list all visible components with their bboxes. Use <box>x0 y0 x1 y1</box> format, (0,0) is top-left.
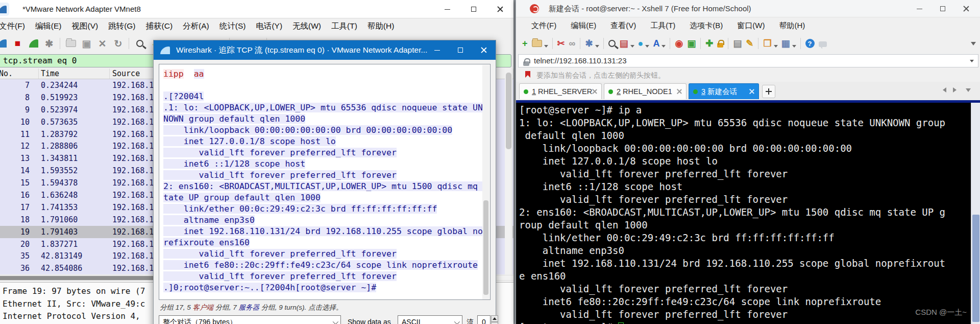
stop-capture-icon[interactable]: ■ <box>12 37 24 50</box>
new-terminal-icon[interactable]: ❒ <box>761 36 773 51</box>
menu-item[interactable]: 无线(W) <box>287 18 326 34</box>
packet-time: 1.837271 <box>39 240 110 249</box>
new-session-icon[interactable]: + <box>520 36 530 51</box>
stream-text: aa <box>194 69 204 79</box>
xftp-icon[interactable]: ▣ <box>685 36 698 51</box>
terminal-line: roup default qlen 1000 <box>519 219 945 232</box>
wireshark-maximize-button[interactable] <box>460 0 487 18</box>
tile-windows-icon[interactable]: ▦ <box>779 36 792 51</box>
tab-close-icon[interactable] <box>749 89 754 94</box>
column-header-no[interactable]: No. <box>0 68 39 79</box>
stream-text: inet6 fe80::20c:29ff:fe49:c23c/64 scope … <box>163 260 478 270</box>
stream-number-input[interactable]: 0 <box>477 315 491 324</box>
find-packet-icon[interactable] <box>134 37 146 50</box>
tab-close-icon[interactable] <box>592 89 597 94</box>
packet-time: 1.741353 <box>39 203 110 212</box>
layout-icon[interactable]: ▤ <box>618 36 630 51</box>
tab-list-dropdown-button[interactable] <box>966 88 971 92</box>
menu-item[interactable]: 编辑(E) <box>564 17 603 34</box>
terminal-area[interactable]: [root@server ~]# ip a1: lo: <LOOPBACK,UP… <box>516 103 971 324</box>
menu-item[interactable]: 编辑(E) <box>30 18 67 34</box>
menu-item[interactable]: 电话(Y) <box>251 18 287 34</box>
tab-scroll-left-button[interactable] <box>943 87 946 92</box>
tab-scroll-right-button[interactable] <box>953 87 957 92</box>
menu-item[interactable]: 捕获(C) <box>141 18 178 34</box>
open-file-icon[interactable] <box>65 37 77 50</box>
menu-item[interactable]: 查看(V) <box>603 17 643 34</box>
xshell-minimize-button[interactable] <box>908 0 931 17</box>
menu-item[interactable]: 统计(S) <box>214 18 251 34</box>
menu-item[interactable]: 跳转(G) <box>103 18 140 34</box>
highlight-pen-icon[interactable]: ✎ <box>744 36 755 51</box>
layout-icon: ▤ <box>620 38 628 49</box>
wireshark-close-button[interactable] <box>487 0 513 18</box>
restart-capture-icon[interactable] <box>28 37 40 50</box>
session-properties-icon[interactable]: ✱ <box>583 36 595 51</box>
menu-item[interactable]: 窗口(W) <box>730 17 772 34</box>
font-icon[interactable]: A <box>651 36 662 51</box>
start-capture-icon[interactable] <box>0 37 8 50</box>
find-icon[interactable] <box>606 36 618 51</box>
chevron-down-icon[interactable] <box>774 45 778 48</box>
terminal-scrollbar[interactable] <box>971 103 980 324</box>
xshell-close-button[interactable] <box>954 0 978 17</box>
vscrollbar-thumb[interactable] <box>506 73 511 149</box>
capture-options-icon[interactable]: ✱ <box>43 37 56 50</box>
encoding-globe-icon[interactable]: ● <box>636 36 646 51</box>
session-tab[interactable]: 3 新建会话 <box>689 83 759 99</box>
chevron-down-icon[interactable] <box>792 45 796 48</box>
chevron-down-icon[interactable] <box>662 45 666 48</box>
chevron-down-icon[interactable] <box>544 45 548 48</box>
conversation-direction-dropdown[interactable]: 整个对话（796 bytes） <box>159 315 341 324</box>
column-header-time[interactable]: Time <box>39 68 110 79</box>
dialog-close-button[interactable] <box>472 40 496 60</box>
packet-no: 15 <box>0 178 39 188</box>
stream-scrollbar[interactable] <box>482 65 489 300</box>
wireshark-minimize-button[interactable] <box>434 0 460 18</box>
lock-screen-icon[interactable] <box>715 36 725 51</box>
session-tab[interactable]: 1 RHEL_SERVER <box>519 83 602 99</box>
menu-item[interactable]: 视图(V) <box>66 18 103 34</box>
new-tab-button[interactable] <box>762 85 775 98</box>
toolbar-separator <box>580 38 580 49</box>
stream-spin-up-button[interactable] <box>491 315 498 322</box>
message-bubble-icon[interactable] <box>817 36 829 51</box>
stream-scrollbar-thumb[interactable] <box>483 200 488 295</box>
menu-item[interactable]: 文件(F) <box>524 17 564 34</box>
session-tab[interactable]: 2 RHEL_NODE1 <box>604 83 687 99</box>
address-value: telnet://192.168.110.131:23 <box>534 55 627 67</box>
tcp-stream-content[interactable]: iipp aa.[?2004l.1: lo: <LOOPBACK,UP,LOWE… <box>159 64 491 300</box>
fullscreen-icon[interactable]: ✚ <box>703 36 715 51</box>
encoding-dropdown[interactable]: ASCII <box>398 315 462 324</box>
address-input[interactable]: telnet://192.168.110.131:23 <box>518 54 978 67</box>
hint-client-word: 客户端 <box>193 304 214 311</box>
menu-item[interactable]: 文件(F) <box>0 18 30 34</box>
menu-item[interactable]: 分析(A) <box>178 18 214 34</box>
close-file-icon[interactable]: ✕ <box>96 37 109 50</box>
reload-icon[interactable]: ↻ <box>112 37 125 50</box>
save-file-icon[interactable]: ▣ <box>81 37 93 50</box>
menu-item[interactable]: 工具(T) <box>643 17 682 34</box>
toolbar-overflow-button[interactable] <box>971 41 976 45</box>
dialog-minimize-button[interactable] <box>425 40 449 60</box>
help-icon[interactable]: ? <box>803 36 817 51</box>
chevron-down-icon[interactable] <box>970 60 974 62</box>
menu-item[interactable]: 帮助(H) <box>362 18 400 34</box>
virtual-keyboard-icon[interactable]: ▤ <box>731 36 744 51</box>
terminal-scrollbar-thumb[interactable] <box>972 215 979 322</box>
reconnect-icon[interactable]: ∞ <box>567 36 578 51</box>
menu-item[interactable]: 工具(T) <box>326 18 362 34</box>
chevron-down-icon[interactable] <box>645 45 649 48</box>
chevron-down-icon[interactable] <box>595 45 599 48</box>
disconnect-icon[interactable]: ✂ <box>555 36 567 51</box>
tab-close-icon[interactable] <box>677 89 682 94</box>
xshell-maximize-button[interactable] <box>931 0 954 17</box>
chevron-down-icon[interactable] <box>630 45 634 48</box>
packet-list-vscrollbar[interactable] <box>505 68 512 275</box>
menu-item[interactable]: 帮助(H) <box>772 17 812 34</box>
stream-spin-down-button[interactable] <box>491 322 498 324</box>
open-session-folder-icon[interactable] <box>530 36 544 51</box>
menu-item[interactable]: 选项卡(B) <box>682 17 730 34</box>
dialog-maximize-button[interactable] <box>449 40 472 60</box>
xshell-logo-icon[interactable]: ◉ <box>673 36 685 51</box>
